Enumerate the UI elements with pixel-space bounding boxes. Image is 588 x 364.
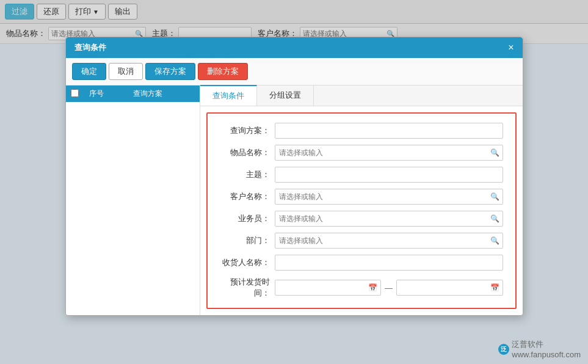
salesperson-search-icon[interactable]: 🔍 <box>490 214 499 223</box>
theme-form-label: 主题： <box>220 169 275 180</box>
right-panel: 查询条件 分组设置 查询方案： 物品名称： 🔍 <box>200 86 523 315</box>
salesperson-label: 业务员： <box>220 213 275 224</box>
form-row-salesperson: 业务员： 🔍 <box>220 211 503 227</box>
plan-name-input[interactable] <box>275 123 503 139</box>
salesperson-input[interactable] <box>275 211 503 227</box>
dialog-close-button[interactable]: × <box>508 43 514 53</box>
tab-group-settings[interactable]: 分组设置 <box>257 86 314 106</box>
date-start-input[interactable] <box>275 280 382 296</box>
department-label: 部门： <box>220 235 275 246</box>
select-all-checkbox[interactable] <box>71 89 79 97</box>
dialog-body: 序号 查询方案 查询条件 分组设置 <box>66 86 523 315</box>
form-row-goods: 物品名称： 🔍 <box>220 145 503 161</box>
department-search-icon[interactable]: 🔍 <box>490 236 499 245</box>
date-start-wrap: 📅 <box>275 280 382 296</box>
date-end-input[interactable] <box>396 280 503 296</box>
customer-form-search-icon[interactable]: 🔍 <box>490 192 499 201</box>
customer-form-label: 客户名称： <box>220 191 275 202</box>
dialog-title: 查询条件 <box>74 42 106 53</box>
tabs-bar: 查询条件 分组设置 <box>200 86 523 106</box>
watermark: 泛 泛普软件 www.fanpusoft.com <box>498 339 581 359</box>
date-range: 📅 — 📅 <box>275 280 503 296</box>
salesperson-wrap: 🔍 <box>275 211 503 227</box>
plan-list-table: 序号 查询方案 <box>66 86 200 102</box>
date-separator: — <box>385 283 393 293</box>
list-panel: 序号 查询方案 <box>66 86 200 315</box>
customer-form-wrap: 🔍 <box>275 189 503 205</box>
plan-name-label: 查询方案： <box>220 125 275 136</box>
form-row-receiver: 收货人名称： <box>220 255 503 271</box>
cancel-button[interactable]: 取消 <box>109 63 143 80</box>
customer-form-input[interactable] <box>275 189 503 205</box>
query-form: 查询方案： 物品名称： 🔍 主题： <box>206 112 517 309</box>
watermark-logo: 泛 <box>498 344 509 355</box>
form-row-plan: 查询方案： <box>220 123 503 139</box>
plan-col-header: 查询方案 <box>128 86 199 102</box>
dialog-overlay: 查询条件 × 确定 取消 保存方案 删除方案 <box>0 0 588 364</box>
receiver-label: 收货人名称： <box>220 257 275 268</box>
delete-plan-button[interactable]: 删除方案 <box>198 63 248 80</box>
delivery-label: 预计发货时间： <box>220 277 275 299</box>
form-row-theme: 主题： <box>220 167 503 183</box>
form-row-delivery: 预计发货时间： 📅 — 📅 <box>220 277 503 299</box>
goods-name-label: 物品名称： <box>220 147 275 158</box>
form-row-department: 部门： 🔍 <box>220 233 503 249</box>
date-end-calendar-icon[interactable]: 📅 <box>490 283 499 292</box>
confirm-button[interactable]: 确定 <box>72 63 106 80</box>
seq-col-header: 序号 <box>84 86 129 102</box>
goods-name-input[interactable] <box>275 145 503 161</box>
dialog-toolbar: 确定 取消 保存方案 删除方案 <box>66 58 523 86</box>
goods-name-wrap: 🔍 <box>275 145 503 161</box>
receiver-input[interactable] <box>275 255 503 271</box>
tab-query-conditions[interactable]: 查询条件 <box>200 85 257 106</box>
goods-name-search-icon[interactable]: 🔍 <box>490 148 499 157</box>
theme-form-input[interactable] <box>275 167 503 183</box>
department-wrap: 🔍 <box>275 233 503 249</box>
date-start-calendar-icon[interactable]: 📅 <box>368 283 377 292</box>
watermark-company: 泛普软件 www.fanpusoft.com <box>512 339 581 359</box>
query-dialog: 查询条件 × 确定 取消 保存方案 删除方案 <box>65 37 523 316</box>
dialog-header: 查询条件 × <box>66 37 523 58</box>
date-end-wrap: 📅 <box>396 280 503 296</box>
department-input[interactable] <box>275 233 503 249</box>
form-row-customer: 客户名称： 🔍 <box>220 189 503 205</box>
save-plan-button[interactable]: 保存方案 <box>145 63 195 80</box>
